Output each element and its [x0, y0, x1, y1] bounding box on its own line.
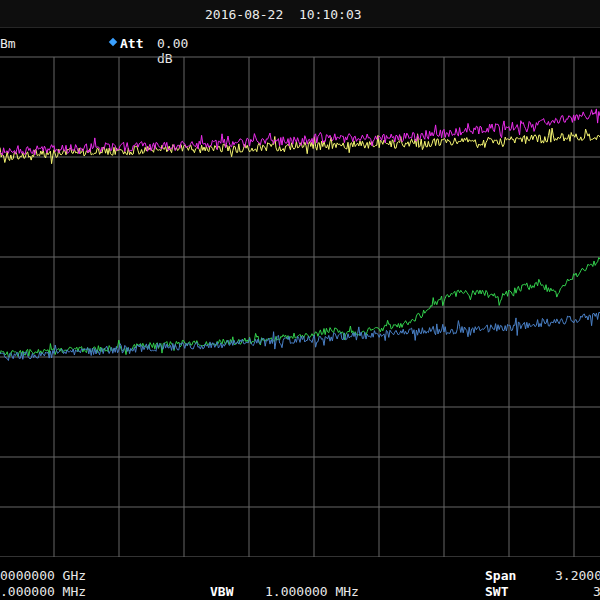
span-value-cropped[interactable]: 3.2000 [555, 568, 600, 583]
swt-value-cropped[interactable]: 3 [593, 584, 600, 599]
trace-magenta [0, 109, 600, 155]
footer-readouts: 0000000 GHz Span 3.2000 .000000 MHz VBW … [0, 557, 600, 600]
rbw-readout-cropped[interactable]: .000000 MHz [0, 584, 86, 599]
swt-label: SWT [485, 584, 508, 599]
span-label: Span [485, 568, 516, 583]
trace-blue [0, 313, 600, 361]
vbw-value[interactable]: 1.000000 MHz [265, 584, 359, 599]
vbw-label: VBW [210, 584, 233, 599]
trace-yellow [0, 128, 600, 164]
center-frequency-readout-cropped[interactable]: 0000000 GHz [0, 568, 86, 583]
spectrum-plot [0, 0, 600, 600]
